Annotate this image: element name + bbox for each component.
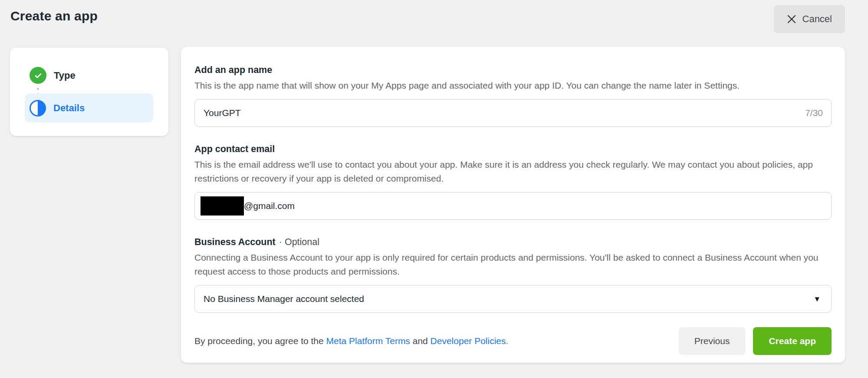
developer-policies-link[interactable]: Developer Policies.: [431, 336, 509, 346]
app-name-label: Add an app name: [194, 64, 832, 76]
create-app-button[interactable]: Create app: [753, 327, 832, 355]
contact-email-label: App contact email: [194, 143, 832, 155]
stepper-step-details[interactable]: Details: [25, 93, 153, 123]
previous-button[interactable]: Previous: [679, 327, 746, 355]
form-footer: By proceeding, you agree to the Meta Pla…: [194, 327, 832, 355]
page-title: Create an app: [10, 9, 98, 23]
close-icon: [787, 14, 796, 24]
meta-platform-terms-link[interactable]: Meta Platform Terms: [326, 336, 410, 346]
app-name-description: This is the app name that will show on y…: [194, 79, 832, 93]
contact-email-domain: @gmail.com: [244, 201, 295, 211]
business-account-dropdown[interactable]: No Business Manager account selected ▼: [194, 285, 832, 313]
cancel-button-label: Cancel: [802, 13, 832, 25]
details-form-card: Add an app name This is the app name tha…: [181, 47, 845, 363]
terms-text: By proceeding, you agree to the Meta Pla…: [194, 335, 508, 348]
contact-email-description: This is the email address we'll use to c…: [194, 158, 832, 186]
business-account-description: Connecting a Business Account to your ap…: [194, 251, 832, 279]
business-account-optional-tag: · Optional: [279, 237, 319, 247]
caret-down-icon: ▼: [813, 295, 821, 303]
business-account-dropdown-value: No Business Manager account selected: [204, 294, 813, 304]
stepper-step-type[interactable]: Type: [30, 67, 76, 84]
step-type-label: Type: [54, 70, 76, 81]
business-account-label: Business Account· Optional: [194, 236, 832, 248]
redacted-email-local-part: [201, 196, 244, 216]
contact-email-input[interactable]: @gmail.com: [194, 192, 832, 220]
check-circle-icon: [30, 67, 46, 84]
step-details-label: Details: [53, 103, 85, 114]
app-name-input[interactable]: [194, 99, 832, 127]
cancel-button[interactable]: Cancel: [774, 5, 845, 33]
stepper-card: Type Details: [10, 48, 168, 136]
half-filled-circle-icon: [30, 100, 46, 116]
